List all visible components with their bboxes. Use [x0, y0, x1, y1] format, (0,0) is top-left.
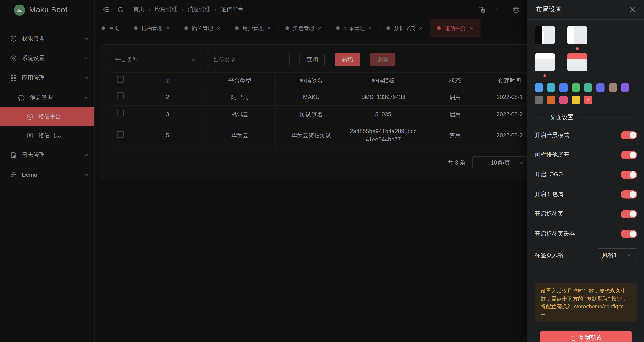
setting-dark-mode: 开启暗黑模式 — [535, 125, 637, 145]
setting-sidebar-accordion: 侧栏排他展开 — [535, 145, 637, 165]
theme-color-swatch[interactable] — [560, 96, 568, 104]
layout-options — [535, 26, 637, 81]
close-icon — [629, 6, 636, 13]
theme-color-swatch[interactable] — [572, 96, 580, 104]
theme-color-swatch[interactable] — [621, 84, 629, 92]
tabs-toggle[interactable] — [620, 210, 637, 218]
setting-breadcrumb: 开启面包屑 — [535, 185, 637, 204]
app-root: Maku Boot 权限管理 系统设置 应用管理 消息管理 — [0, 0, 644, 342]
setting-logo: 开启LOGO — [535, 165, 637, 185]
layout-option-light-sidebar[interactable] — [567, 26, 587, 54]
config-notice: 设置之后仅是临时生效，要想永久生效，需点击下方的 "复制配置" 按钮，将配置替换… — [535, 283, 637, 322]
layout-option-light-header[interactable] — [535, 54, 555, 81]
drawer-title: 布局设置 — [536, 5, 562, 14]
theme-color-swatch[interactable]: ✓ — [584, 96, 592, 104]
modal-overlay[interactable] — [0, 0, 527, 342]
logo-toggle[interactable] — [620, 171, 637, 179]
interface-settings-title: 界面设置 — [546, 114, 578, 121]
theme-color-swatch[interactable] — [547, 84, 555, 92]
theme-color-swatch[interactable] — [535, 96, 543, 104]
tabs-cache-toggle[interactable] — [620, 230, 637, 238]
dark-mode-toggle[interactable] — [620, 131, 637, 139]
layout-thumbnail-dark-sidebar-icon — [535, 26, 555, 44]
copy-config-label: 复制配置 — [579, 335, 602, 342]
layout-thumbnail-primary-header-icon — [567, 54, 587, 71]
copy-icon — [570, 335, 576, 341]
chevron-down-icon — [627, 253, 632, 258]
theme-color-swatch[interactable] — [596, 84, 605, 92]
theme-color-swatch[interactable] — [535, 84, 543, 92]
setting-tabs-cache: 开启标签页缓存 — [535, 224, 637, 244]
theme-color-swatches: ✓ — [535, 84, 632, 104]
layout-settings-drawer: 布局设置 — [527, 0, 644, 342]
setting-tab-style: 标签页风格 风格1 — [535, 244, 637, 267]
theme-color-swatch[interactable] — [584, 84, 592, 92]
layout-thumbnail-light-sidebar-icon — [567, 26, 587, 44]
drawer-header: 布局设置 — [528, 0, 644, 20]
theme-color-swatch[interactable] — [560, 84, 568, 92]
setting-tabs: 开启标签页 — [535, 204, 637, 224]
copy-config-button[interactable]: 复制配置 — [540, 331, 632, 342]
drawer-divider — [535, 272, 637, 272]
layout-thumbnail-light-header-icon — [535, 54, 555, 71]
theme-color-swatch[interactable] — [572, 84, 580, 92]
drawer-body: ✓ 界面设置 开启暗黑模式 侧栏排他展开 开启LOGO 开启面包屑 — [528, 20, 644, 342]
layout-option-dark-sidebar[interactable] — [535, 26, 555, 54]
interface-settings-divider: 界面设置 — [535, 114, 637, 121]
close-drawer-button[interactable] — [629, 6, 636, 13]
theme-color-swatch[interactable] — [609, 84, 617, 92]
tab-style-value: 风格1 — [602, 252, 617, 259]
layout-option-primary-header[interactable] — [567, 54, 587, 81]
breadcrumb-toggle[interactable] — [620, 190, 637, 199]
layout-selected-dot — [543, 75, 546, 77]
theme-color-swatch[interactable] — [547, 96, 555, 104]
sidebar-accordion-toggle[interactable] — [620, 151, 637, 159]
tab-style-select[interactable]: 风格1 — [597, 248, 637, 262]
tab-style-label: 标签页风格 — [535, 252, 564, 259]
layout-selected-dot — [576, 47, 578, 50]
